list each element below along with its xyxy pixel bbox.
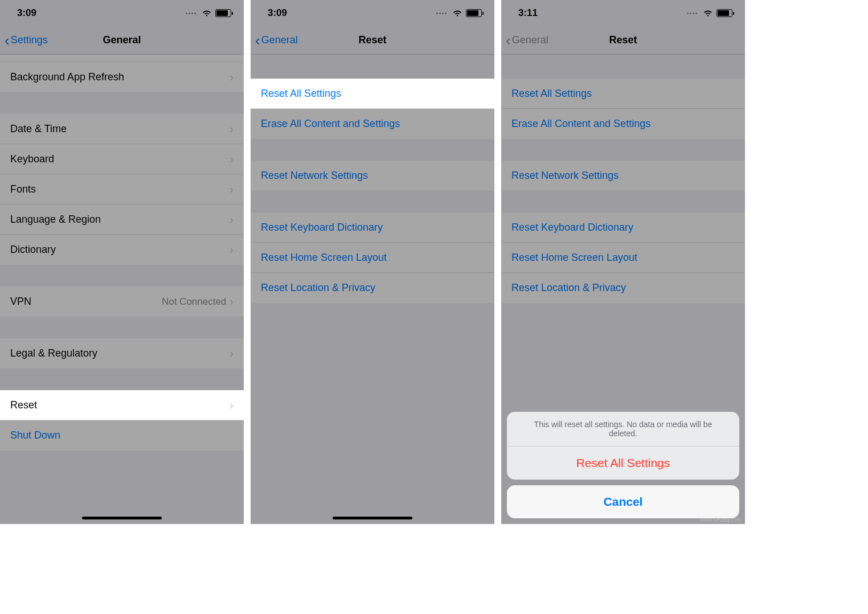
watermark: www.deuaq.com [700, 517, 742, 523]
settings-row-legal-regulatory[interactable]: Legal & Regulatory › [0, 338, 244, 369]
battery-icon [466, 9, 482, 17]
back-button[interactable]: ‹ Settings [5, 33, 48, 48]
battery-icon [716, 9, 732, 17]
chevron-right-icon: › [230, 122, 234, 136]
phone-screenshot-3: 3:11 ‹ General Reset Reset All Settings … [501, 0, 745, 524]
back-label: Settings [11, 34, 48, 46]
settings-row-vpn[interactable]: VPN Not Connected › [0, 286, 244, 317]
reset-row-home-screen-layout[interactable]: Reset Home Screen Layout [501, 243, 745, 273]
vpn-status-value: Not Connected [162, 296, 226, 308]
chevron-right-icon: › [230, 347, 234, 360]
settings-row-dictionary[interactable]: Dictionary › [0, 235, 244, 265]
reset-row-location-privacy[interactable]: Reset Location & Privacy [501, 273, 745, 303]
reset-row-reset-all-settings[interactable]: Reset All Settings [501, 79, 745, 109]
settings-row-shut-down[interactable]: Shut Down [0, 420, 244, 451]
reset-row-home-screen-layout[interactable]: Reset Home Screen Layout [251, 243, 494, 273]
reset-row-network-settings[interactable]: Reset Network Settings [501, 161, 745, 191]
phone-screenshot-1: 3:09 ‹ Settings General iPhone Storage ›… [0, 0, 244, 524]
phone-screenshot-2: 3:09 ‹ General Reset Reset All Settings … [251, 0, 494, 524]
action-sheet-cancel-button[interactable]: Cancel [507, 485, 739, 518]
reset-row-erase-all-content[interactable]: Erase All Content and Settings [251, 109, 494, 139]
reset-row-erase-all-content[interactable]: Erase All Content and Settings [501, 109, 745, 139]
settings-row-keyboard[interactable]: Keyboard › [0, 144, 244, 174]
back-label: General [512, 34, 548, 46]
cellular-dots-icon [687, 13, 697, 14]
nav-bar: ‹ General Reset [251, 26, 494, 55]
reset-row-network-settings[interactable]: Reset Network Settings [251, 161, 494, 191]
wifi-icon [202, 9, 212, 17]
reset-list: Reset All Settings Erase All Content and… [251, 55, 494, 303]
back-label: General [261, 34, 298, 46]
chevron-left-icon: ‹ [5, 33, 10, 48]
reset-row-reset-all-settings[interactable]: Reset All Settings [251, 79, 494, 109]
reset-row-location-privacy[interactable]: Reset Location & Privacy [251, 273, 494, 303]
status-bar: 3:09 [0, 0, 244, 26]
cellular-dots-icon [436, 13, 447, 14]
status-right [186, 9, 231, 17]
settings-list: iPhone Storage › Background App Refresh … [0, 32, 244, 451]
settings-row-reset[interactable]: Reset › [0, 390, 244, 420]
nav-bar: ‹ General Reset [501, 26, 745, 55]
action-sheet: This will reset all settings. No data or… [507, 412, 739, 518]
chevron-right-icon: › [230, 153, 234, 166]
status-time: 3:09 [268, 7, 287, 19]
back-button[interactable]: ‹ General [255, 33, 298, 48]
settings-row-fonts[interactable]: Fonts › [0, 174, 244, 204]
chevron-right-icon: › [230, 71, 234, 84]
chevron-right-icon: › [230, 243, 234, 256]
chevron-left-icon: ‹ [255, 33, 260, 48]
chevron-right-icon: › [230, 399, 234, 412]
chevron-right-icon: › [230, 183, 234, 196]
status-bar: 3:11 [501, 0, 745, 26]
nav-bar: ‹ Settings General [0, 26, 244, 55]
action-sheet-destructive-button[interactable]: Reset All Settings [507, 447, 739, 480]
settings-row-language-region[interactable]: Language & Region › [0, 204, 244, 235]
status-bar: 3:09 [251, 0, 494, 26]
status-time: 3:11 [518, 7, 538, 19]
status-right [436, 9, 482, 17]
home-indicator[interactable] [333, 517, 412, 519]
settings-row-background-app-refresh[interactable]: Background App Refresh › [0, 62, 244, 92]
reset-row-keyboard-dictionary[interactable]: Reset Keyboard Dictionary [251, 212, 494, 243]
home-indicator[interactable] [82, 517, 162, 519]
battery-icon [215, 9, 231, 17]
chevron-right-icon: › [230, 295, 234, 308]
cellular-dots-icon [186, 13, 196, 14]
wifi-icon [452, 9, 462, 17]
back-button-disabled: ‹ General [506, 33, 548, 48]
wifi-icon [703, 9, 713, 17]
chevron-right-icon: › [230, 213, 234, 226]
action-sheet-message: This will reset all settings. No data or… [507, 412, 739, 447]
status-right [687, 9, 732, 17]
settings-row-date-time[interactable]: Date & Time › [0, 114, 244, 144]
reset-list: Reset All Settings Erase All Content and… [501, 55, 745, 303]
status-time: 3:09 [17, 7, 36, 19]
chevron-left-icon: ‹ [506, 33, 511, 48]
reset-row-keyboard-dictionary[interactable]: Reset Keyboard Dictionary [501, 212, 745, 243]
